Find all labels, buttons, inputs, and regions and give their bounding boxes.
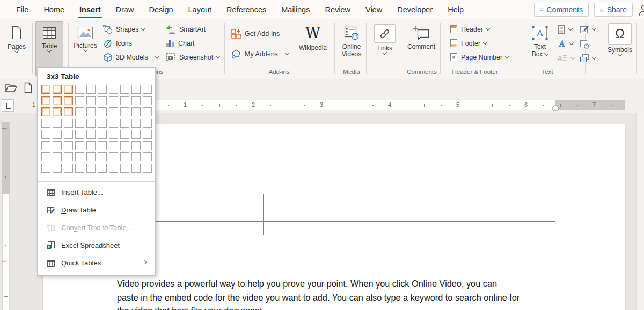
shapes-button[interactable]: Shapes [103,23,145,36]
table-grid-cell-3x2[interactable] [53,107,62,116]
table-cell[interactable] [409,222,555,235]
table-grid-cell-6x9[interactable] [131,141,141,150]
date-time-button[interactable] [580,37,589,50]
table-grid-cell-3x4[interactable] [75,107,84,116]
tab-draw[interactable]: Draw [108,0,142,19]
table-grid-cell-6x6[interactable] [98,141,107,150]
table-grid-cell-4x6[interactable] [98,119,107,128]
table-grid-cell-8x9[interactable] [131,164,141,173]
table-grid-cell-4x4[interactable] [75,119,84,128]
table-grid-cell-2x5[interactable] [86,96,96,105]
open-file-icon[interactable] [5,83,18,93]
table-grid-cell-1x9[interactable] [131,85,141,94]
table-grid-cell-8x7[interactable] [109,164,118,173]
table-grid-cell-7x4[interactable] [75,152,84,161]
table-grid-cell-6x2[interactable] [53,141,62,150]
right-indent-marker[interactable] [552,105,559,111]
table-grid-cell-5x2[interactable] [53,130,62,139]
table-grid-cell-8x2[interactable] [53,164,62,173]
vertical-scrollbar[interactable] [636,113,644,310]
links-button[interactable]: Links [371,21,398,76]
table-grid-cell-7x10[interactable] [143,152,152,161]
symbols-button[interactable]: Ω Symbols [605,21,634,76]
screenshot-button[interactable]: Screenshot [165,50,219,64]
table-grid-cell-1x6[interactable] [98,85,107,94]
table-grid-cell-3x9[interactable] [131,107,141,116]
online-videos-button[interactable]: Online Videos [337,21,366,76]
table-grid-cell-2x10[interactable] [143,96,152,105]
table-grid-cell-2x9[interactable] [131,96,141,105]
icons-button[interactable]: Icons [103,36,132,50]
comments-button[interactable]: Comments [534,3,589,17]
3d-models-button[interactable]: 3D Models [103,50,159,64]
table-grid-cell-4x1[interactable] [41,119,50,128]
account-avatar-icon[interactable] [638,3,644,16]
table-grid-cell-3x5[interactable] [86,107,96,116]
table-grid-cell-5x4[interactable] [75,130,84,139]
signature-line-button[interactable] [580,23,596,36]
table-grid-cell-7x9[interactable] [131,152,141,161]
tab-review[interactable]: Review [317,0,358,19]
table-grid-cell-6x4[interactable] [75,141,84,150]
table-grid-cell-8x8[interactable] [120,164,129,173]
table-grid-cell-8x10[interactable] [143,164,152,173]
table-grid-cell-1x7[interactable] [109,85,118,94]
table-grid-cell-5x5[interactable] [86,130,96,139]
wordart-button[interactable]: A [557,37,573,50]
table-cell[interactable] [264,208,409,222]
table-grid-cell-3x1[interactable] [41,107,50,116]
table-cell[interactable] [409,208,555,222]
table-grid-cell-6x10[interactable] [143,141,152,150]
tab-mailings[interactable]: Mailings [274,0,317,19]
table-grid-cell-7x1[interactable] [41,152,50,161]
table-grid-cell-2x3[interactable] [64,96,73,105]
table-grid-cell-4x2[interactable] [53,119,62,128]
table-grid-cell-2x7[interactable] [109,96,118,105]
table-grid-cell-4x7[interactable] [109,119,118,128]
table-grid-cell-4x8[interactable] [120,119,129,128]
table-grid-cell-1x10[interactable] [143,85,152,94]
drop-cap-button[interactable]: A [557,51,574,65]
my-add-ins-button[interactable]: My Add-ins [231,47,289,61]
tab-file[interactable]: File [9,0,36,19]
comment-button[interactable]: Comment [404,21,439,76]
table-grid-cell-3x7[interactable] [109,107,118,116]
table-grid-cell-2x6[interactable] [98,96,107,105]
table-grid-cell-5x7[interactable] [109,130,118,139]
table-grid-cell-4x3[interactable] [64,119,73,128]
tab-layout[interactable]: Layout [181,0,219,19]
table-grid-cell-4x10[interactable] [143,119,152,128]
table-grid-cell-6x5[interactable] [86,141,96,150]
page-number-button[interactable]: # Page Number [450,50,509,64]
menu-item-quick-tables[interactable]: Quick Tables [38,254,155,272]
menu-item-draw-table[interactable]: Draw Table [38,201,155,219]
wikipedia-button[interactable]: W Wikipedia [296,21,330,76]
table-grid-cell-6x8[interactable] [120,141,129,150]
table-grid-cell-1x3[interactable] [64,85,73,94]
menu-item-excel-spreadsheet[interactable]: xExcel Spreadsheet [38,237,155,254]
quick-parts-button[interactable] [557,23,572,36]
table-grid-cell-4x9[interactable] [131,119,141,128]
table-grid-cell-8x1[interactable] [41,164,50,173]
table-grid-cell-3x3[interactable] [64,107,73,116]
table-grid-cell-6x1[interactable] [41,141,50,150]
table-grid-cell-7x6[interactable] [98,152,107,161]
table-grid-cell-7x2[interactable] [53,152,62,161]
table-grid-cell-5x8[interactable] [120,130,129,139]
table-grid-cell-2x1[interactable] [41,96,50,105]
tab-help[interactable]: Help [440,0,471,19]
tab-references[interactable]: References [219,0,274,19]
object-button[interactable] [580,51,596,65]
tab-home[interactable]: Home [36,0,72,19]
footer-button[interactable]: Footer [450,36,487,50]
tab-developer[interactable]: Developer [390,0,440,19]
table-grid-cell-7x7[interactable] [109,152,118,161]
table-grid-cell-7x5[interactable] [86,152,96,161]
table-cell[interactable] [264,222,409,235]
table-grid-cell-1x1[interactable] [41,85,50,94]
table-grid-cell-5x3[interactable] [64,130,73,139]
table-grid-cell-8x4[interactable] [75,164,84,173]
table-grid-cell-1x8[interactable] [120,85,129,94]
get-add-ins-button[interactable]: Get Add-ins [231,27,280,40]
table-grid-cell-5x9[interactable] [131,130,141,139]
